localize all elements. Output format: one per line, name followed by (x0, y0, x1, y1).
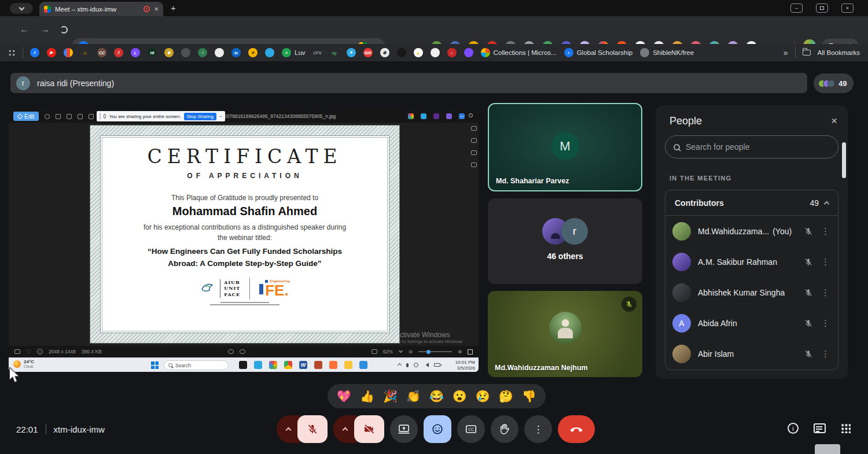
tab-close-icon[interactable]: × (154, 5, 159, 13)
participant-menu-icon[interactable]: ⋮ (820, 349, 831, 359)
mic-off-button[interactable] (297, 415, 328, 443)
reload-button[interactable] (60, 26, 68, 34)
reactions-button[interactable] (424, 415, 451, 443)
raise-hand-button[interactable] (491, 415, 518, 443)
folder-icon[interactable] (471, 150, 477, 155)
taskbar-app-icon[interactable] (239, 361, 247, 369)
participant-row[interactable]: Md.Wahiduzzama...(You) ⋮ (665, 216, 838, 246)
bookmark-item[interactable]: ◉ (380, 48, 389, 57)
windows-start-button[interactable] (151, 361, 159, 369)
reaction-emoji[interactable]: 😂 (429, 390, 444, 402)
tile-camera-off[interactable]: Md.Wahiduzzaman Nejhum (488, 291, 642, 377)
apps-grid-icon[interactable] (8, 49, 16, 57)
back-button[interactable]: ← (20, 24, 29, 35)
chat-button[interactable] (814, 423, 826, 433)
rotate-left-icon[interactable] (228, 349, 234, 354)
app-icon[interactable] (446, 113, 452, 119)
people-search[interactable] (665, 135, 838, 158)
end-call-button[interactable] (558, 415, 595, 443)
participant-row[interactable]: Abhishek Kumar Singha ⋮ (665, 277, 838, 308)
zoom-out-icon[interactable]: ⊖ (409, 349, 413, 355)
app-icon[interactable] (421, 113, 426, 119)
bookmarks-overflow-button[interactable]: » (784, 48, 788, 57)
tray-mic-icon[interactable] (406, 363, 409, 367)
favorite-heart-icon[interactable]: ♡ (26, 349, 31, 355)
bookmark-item[interactable]: CC (97, 48, 106, 57)
photos-restore-button[interactable] (469, 113, 473, 117)
app-icon[interactable] (408, 113, 414, 119)
bookmark-item[interactable]: f (30, 48, 39, 57)
mic-off-icon[interactable] (804, 349, 813, 359)
mic-off-icon[interactable] (804, 288, 813, 297)
captions-button[interactable]: CC (457, 415, 485, 443)
bookmark-item[interactable] (431, 48, 440, 57)
reaction-emoji[interactable]: 👏 (406, 390, 421, 402)
bookmark-item[interactable]: CFV (313, 48, 322, 57)
print-icon[interactable] (67, 114, 72, 119)
bookmark-item[interactable]: ◆ (248, 48, 258, 57)
banner-minimize-icon[interactable]: – (219, 113, 222, 119)
participant-row[interactable]: A Abida Afrin ⋮ (665, 308, 838, 338)
bookmark-item[interactable]: ag (330, 48, 339, 57)
zoom-slider[interactable] (418, 351, 452, 352)
bookmark-item[interactable]: 638 (363, 48, 373, 57)
taskbar-app-icon[interactable] (359, 361, 367, 369)
participant-menu-icon[interactable]: ⋮ (820, 257, 831, 267)
bookmark-item[interactable]: ☺ (80, 48, 90, 57)
mic-options-button[interactable] (277, 415, 300, 443)
bookmark-item[interactable]: ▶ (47, 48, 56, 57)
reaction-emoji[interactable]: 🎉 (383, 390, 398, 402)
tray-expand-icon[interactable] (398, 363, 402, 367)
bookmark-item[interactable]: in (231, 48, 241, 57)
windows-search-box[interactable]: Search (164, 360, 229, 370)
zoom-in-icon[interactable]: ⊕ (458, 349, 462, 355)
bookmark-item[interactable]: ∩ (447, 48, 457, 57)
participant-row[interactable]: A.M. Sakibur Rahman ⋮ (665, 246, 838, 277)
taskbar-app-icon[interactable] (344, 361, 352, 369)
taskbar-app-icon[interactable] (314, 361, 322, 369)
taskbar-app-icon[interactable] (269, 361, 277, 369)
bookmark-item[interactable] (64, 48, 73, 57)
participant-menu-icon[interactable]: ⋮ (820, 318, 831, 328)
taskbar-app-icon[interactable] (254, 361, 262, 369)
bookmark-item[interactable] (181, 48, 190, 57)
window-close-button[interactable]: × (841, 3, 854, 13)
taskbar-clock[interactable]: 10:01 PM 3/5/2026 (455, 360, 475, 371)
camera-icon[interactable] (471, 126, 477, 131)
photos-minimize-button[interactable]: – (460, 112, 464, 119)
reaction-emoji[interactable]: 👍 (360, 390, 374, 402)
tile-others[interactable]: r 46 others (488, 198, 642, 284)
camera-options-button[interactable] (333, 415, 356, 443)
video-camera-icon[interactable] (471, 138, 477, 143)
reaction-emoji[interactable]: 👎 (522, 390, 536, 402)
all-bookmarks-label[interactable]: All Bookmarks (818, 49, 860, 56)
rotate-icon[interactable] (45, 114, 50, 119)
tab-search-button[interactable] (10, 3, 33, 14)
bookmark-item[interactable]: ▲ (414, 48, 423, 57)
participant-row[interactable]: Abir Islam ⋮ (665, 338, 838, 369)
participant-menu-icon[interactable]: ⋮ (820, 287, 831, 298)
share-icon[interactable] (78, 114, 83, 119)
bookmark-item[interactable]: HI (148, 48, 157, 57)
meeting-details-button[interactable]: i (788, 423, 799, 434)
mic-off-icon[interactable] (804, 257, 813, 267)
bookmark-item[interactable] (215, 48, 224, 57)
stop-sharing-button[interactable]: Stop Sharing (184, 113, 216, 120)
activities-button[interactable] (841, 423, 851, 433)
tile-speaker[interactable]: M Md. Shahariar Parvez (488, 103, 642, 191)
settings-gear-icon[interactable] (471, 163, 477, 167)
app-icon[interactable] (433, 113, 439, 119)
fullscreen-icon[interactable] (468, 349, 473, 355)
bookmark-item[interactable] (397, 48, 406, 57)
reaction-emoji[interactable]: 😮 (453, 390, 467, 402)
file-info-icon[interactable]: i (37, 349, 43, 355)
slideshow-icon[interactable] (89, 114, 94, 119)
search-input[interactable] (686, 142, 830, 152)
bookmark-item[interactable]: ◆ (164, 48, 174, 57)
tray-battery-icon[interactable] (434, 363, 440, 367)
bookmark-item[interactable]: ∴ (198, 48, 207, 57)
bookmark-item[interactable]: ✈ (347, 48, 356, 57)
filmstrip-icon[interactable] (14, 349, 20, 354)
drag-handle[interactable] (100, 113, 101, 119)
browser-tab[interactable]: Meet – xtm-idux-imw × (39, 2, 163, 16)
